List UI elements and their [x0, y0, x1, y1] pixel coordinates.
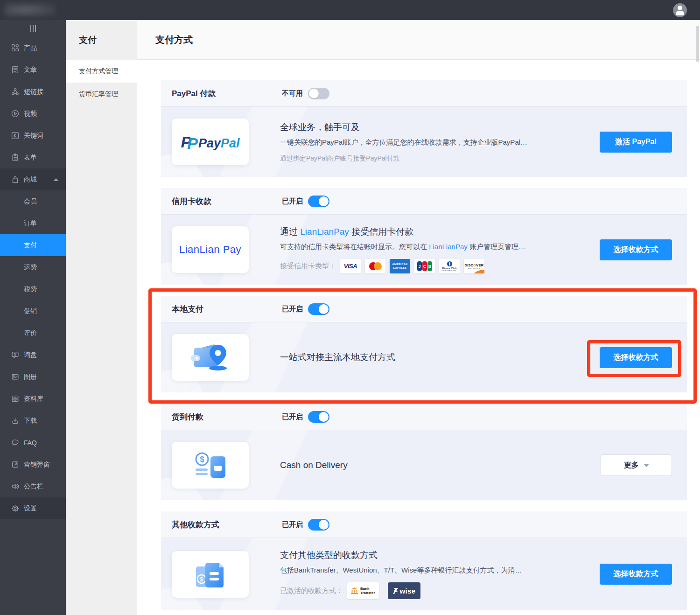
- top-bar: [0, 0, 700, 20]
- section-paypal: PayPal 付款 不可用 PP PayPal: [161, 80, 687, 177]
- image-icon: [11, 373, 19, 381]
- choose-payment-method-button[interactable]: 选择收款方式: [600, 239, 672, 260]
- more-button-label: 更多: [624, 461, 639, 470]
- card-title: 支付其他类型的收款方式: [280, 549, 600, 561]
- paypal-wordmark: Pay: [198, 136, 221, 151]
- megaphone-icon: [11, 482, 19, 490]
- lianlianpay-link[interactable]: LianLianPay: [429, 243, 468, 251]
- subitem-label: 支付: [24, 241, 37, 250]
- section-local-payment: 本地支付 已开启: [161, 296, 687, 392]
- sidebar-item-gallery[interactable]: 图册: [0, 366, 66, 388]
- sidebar-item-marketing-popup[interactable]: 营销弹窗: [0, 454, 66, 475]
- scrollbar-thumb[interactable]: [696, 26, 699, 62]
- sidebar-item-library[interactable]: 资料库: [0, 388, 66, 410]
- choose-payment-method-button[interactable]: 选择收款方式: [600, 347, 672, 368]
- sidebar-subitem-orders[interactable]: 订单: [0, 212, 66, 234]
- sidebar-item-label: 询盘: [24, 351, 37, 359]
- section-title: 本地支付: [172, 304, 282, 314]
- sidebar-subitem-tax[interactable]: 税费: [0, 278, 66, 300]
- sidebar-item-label: 关键词: [24, 132, 43, 140]
- sidebar-item-label: 表单: [24, 154, 37, 162]
- sidebar-item-announcement[interactable]: 公告栏: [0, 475, 66, 497]
- secondary-sidebar: 支付 支付方式管理 货币汇率管理: [66, 20, 137, 615]
- other-methods-logo: $: [172, 551, 249, 598]
- main-content: 支付方式 PayPal 付款 不可用 PP: [137, 20, 700, 615]
- money-document-icon: $: [192, 558, 229, 591]
- page-header: 支付方式: [137, 20, 700, 60]
- section-other-methods: 其他收款方式 已开启: [161, 511, 687, 610]
- sidebar-item-products[interactable]: 产品: [0, 37, 66, 59]
- more-button[interactable]: 更多: [601, 454, 672, 476]
- user-avatar[interactable]: [673, 3, 687, 17]
- mastercard-icon: [365, 259, 385, 273]
- inquiry-bubble-icon: [11, 351, 19, 359]
- activate-paypal-button[interactable]: 激活 PayPal: [600, 132, 672, 153]
- grid-icon: [11, 44, 19, 52]
- cod-toggle[interactable]: [308, 411, 329, 423]
- sidebar-item-label: 产品: [24, 44, 37, 52]
- activated-methods-label: 已激活的收款方式：: [280, 587, 343, 595]
- subnav-item-label: 货币汇率管理: [79, 90, 118, 98]
- subitem-label: 税费: [24, 285, 37, 294]
- popup-expand-icon: [11, 461, 19, 468]
- sidebar-subitem-promotion[interactable]: 促销: [0, 300, 66, 322]
- cash-card-icon: $: [192, 449, 229, 482]
- section-title: 货到付款: [172, 412, 282, 422]
- sidebar-subitem-payment[interactable]: 支付: [0, 234, 66, 256]
- sidebar-subitem-members[interactable]: 会员: [0, 190, 66, 212]
- accepted-card-types-label: 接受信用卡类型：: [280, 262, 336, 271]
- sidebar-item-articles[interactable]: 文章: [0, 59, 66, 81]
- wise-badge: wise: [388, 582, 421, 599]
- app-window: 产品 文章 短链接 视频 关键词 表单: [0, 0, 700, 615]
- paypal-toggle[interactable]: [308, 88, 329, 99]
- sidebar-item-forms[interactable]: 表单: [0, 147, 66, 168]
- bank-transfer-badge: BankTransfer: [347, 582, 379, 599]
- subitem-label: 促销: [24, 307, 37, 315]
- paypal-wordmark: Pal: [221, 136, 240, 151]
- other-methods-toggle[interactable]: [308, 519, 329, 531]
- sidebar-item-label: 文章: [24, 66, 37, 74]
- credit-card-toggle[interactable]: [308, 196, 329, 207]
- sidebar-subitem-reviews[interactable]: 评价: [0, 322, 66, 344]
- sidebar-item-settings[interactable]: 设置: [0, 497, 66, 519]
- toggle-label: 不可用: [282, 89, 303, 98]
- choose-payment-method-button[interactable]: 选择收款方式: [600, 564, 672, 585]
- sidebar-item-mall[interactable]: 商城: [0, 168, 66, 190]
- sidebar-item-label: 图册: [24, 373, 37, 381]
- sidebar-item-label: 设置: [24, 504, 37, 513]
- visa-card-icon: VISA: [340, 259, 361, 273]
- subnav-title: 支付: [66, 20, 137, 60]
- sidebar-item-inquiry[interactable]: 询盘: [0, 344, 66, 366]
- sidebar-item-label: 商城: [24, 175, 37, 184]
- sidebar-item-faq[interactable]: FAQ: [0, 432, 66, 454]
- subnav-item-label: 支付方式管理: [79, 67, 118, 76]
- sidebar-item-label: 下载: [24, 417, 37, 425]
- local-payment-toggle[interactable]: [308, 303, 329, 315]
- section-credit-card: 信用卡收款 已开启 LianLian Pay 通过 LianLianPay 接受…: [161, 188, 687, 285]
- annotation-box-small: 选择收款方式: [600, 347, 672, 368]
- wallet-location-icon: [188, 341, 233, 374]
- section-title: PayPal 付款: [172, 88, 282, 99]
- subnav-item-currency-rates[interactable]: 货币汇率管理: [66, 83, 137, 105]
- cod-logo: $: [172, 442, 249, 489]
- sidebar-item-shortlinks[interactable]: 短链接: [0, 81, 66, 103]
- sidebar-item-label: 营销弹窗: [24, 461, 50, 469]
- wise-flag-icon: [393, 588, 398, 594]
- shopping-bag-icon: [11, 175, 19, 183]
- sidebar-collapse-button[interactable]: [0, 20, 66, 37]
- lianlianpay-link[interactable]: LianLianPay: [300, 227, 349, 237]
- sidebar-item-label: 视频: [24, 110, 37, 118]
- chevron-down-icon: [644, 464, 649, 467]
- app-logo-blurred: [0, 0, 65, 20]
- subitem-label: 评价: [24, 329, 37, 337]
- sidebar-item-keywords[interactable]: 关键词: [0, 125, 66, 147]
- sidebar-subitem-shipping[interactable]: 运费: [0, 256, 66, 278]
- card-title: 通过 LianLianPay 接受信用卡付款: [280, 226, 600, 238]
- card-note: 通过绑定PayPal商户账号接受PayPal付款: [280, 154, 600, 163]
- jcb-card-icon: JCB: [414, 259, 435, 273]
- sidebar-item-videos[interactable]: 视频: [0, 103, 66, 125]
- subnav-item-payment-methods[interactable]: 支付方式管理: [66, 60, 137, 83]
- chevron-up-icon: [54, 178, 58, 181]
- toggle-label: 已开启: [282, 197, 303, 206]
- sidebar-item-download[interactable]: 下载: [0, 410, 66, 432]
